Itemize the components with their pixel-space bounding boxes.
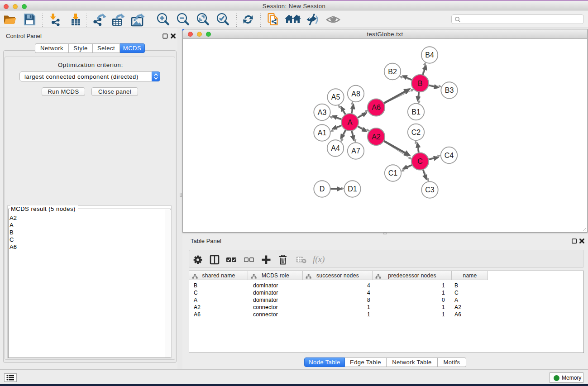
svg-text:C3: C3 (425, 186, 435, 194)
svg-text:B2: B2 (388, 68, 397, 76)
svg-text:B4: B4 (425, 51, 434, 59)
svg-text:A7: A7 (351, 147, 360, 155)
svg-text:C1: C1 (388, 169, 398, 177)
svg-text:A5: A5 (331, 93, 340, 101)
svg-text:D: D (320, 185, 325, 193)
svg-text:A3: A3 (318, 109, 327, 116)
svg-text:A1: A1 (318, 129, 327, 137)
svg-text:A4: A4 (331, 144, 340, 152)
svg-text:A6: A6 (372, 104, 381, 111)
svg-text:C: C (417, 157, 423, 165)
svg-text:A2: A2 (372, 133, 381, 141)
svg-text:C2: C2 (411, 129, 421, 136)
svg-text:D1: D1 (348, 185, 357, 193)
svg-text:B: B (418, 80, 423, 87)
svg-text:B3: B3 (445, 86, 454, 94)
svg-text:A8: A8 (351, 90, 360, 98)
svg-text:C4: C4 (445, 152, 454, 159)
svg-text:A: A (348, 119, 353, 126)
svg-text:B1: B1 (411, 108, 421, 116)
